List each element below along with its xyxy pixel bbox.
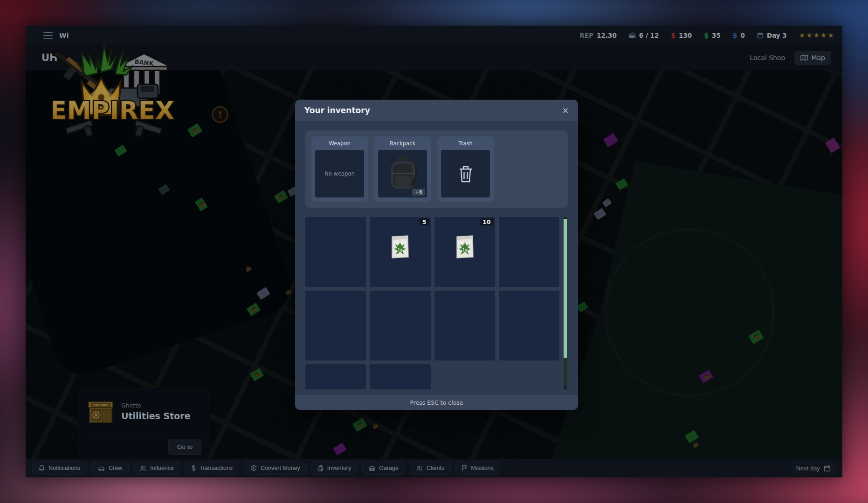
backpack-count-badge: +6 [412, 189, 425, 196]
item-count-badge: 10 [480, 218, 493, 225]
trash-slot[interactable]: Trash [437, 136, 494, 202]
backpack-slot-label: Backpack [378, 140, 427, 147]
inventory-grid: 5 Weed 1g 10 [305, 217, 568, 389]
inventory-cell-empty[interactable] [370, 364, 430, 389]
scrollbar-tail [564, 358, 567, 386]
scrollbar-thumb[interactable] [564, 219, 567, 358]
svg-text:1g: 1g [398, 248, 402, 252]
item-count-badge: 5 [420, 218, 429, 225]
trash-slot-label: Trash [441, 140, 490, 147]
backpack-slot[interactable]: Backpack +6 [374, 136, 431, 202]
svg-text:Weed: Weed [393, 240, 406, 245]
weed-bag-icon: Weed 1g [390, 234, 410, 259]
inventory-cell-empty[interactable] [305, 291, 366, 360]
inventory-cell-empty[interactable] [370, 291, 430, 360]
backpack-image [387, 155, 418, 192]
svg-text:Weed: Weed [458, 240, 471, 245]
close-icon[interactable]: × [562, 107, 569, 115]
game-window: ! Wi REP 12.30 6 / 12 $ 130 $ 35 [26, 26, 842, 477]
no-weapon-text: No weapon [324, 170, 354, 177]
modal-footer: Press ESC to close [295, 395, 578, 410]
equipment-panel: Weapon No weapon Backpack [305, 130, 568, 208]
weapon-slot-label: Weapon [315, 140, 364, 147]
inventory-cell-weed[interactable]: 5 Weed 1g [370, 217, 430, 287]
inventory-modal: Your inventory × Weapon No weapon Backpa… [295, 100, 578, 410]
modal-title: Your inventory [304, 106, 370, 115]
inventory-cell-empty[interactable] [305, 364, 366, 389]
inventory-cell-empty[interactable] [499, 291, 559, 360]
svg-text:1g: 1g [462, 248, 467, 252]
modal-header: Your inventory × [295, 100, 578, 121]
inventory-cell-empty[interactable] [434, 291, 495, 360]
inventory-cell-empty[interactable] [305, 217, 366, 287]
inventory-cell-empty[interactable] [499, 217, 559, 287]
weapon-slot[interactable]: Weapon No weapon [311, 136, 368, 202]
trash-icon [457, 164, 474, 183]
inventory-cell-weed[interactable]: 10 Weed 1g [434, 217, 495, 287]
weed-bag-icon: Weed 1g [455, 234, 475, 259]
